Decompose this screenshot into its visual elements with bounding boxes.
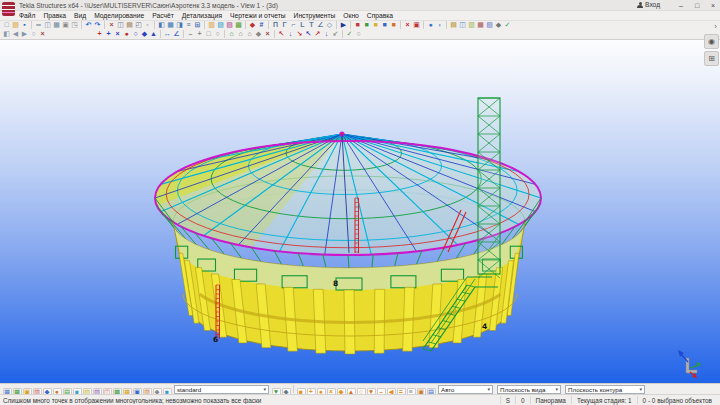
add-point-icon[interactable]: + (96, 30, 104, 38)
camera-icon[interactable]: ◇ (326, 21, 334, 29)
restore-view-icon[interactable]: ◧ (3, 30, 11, 38)
snap-override-6-icon[interactable]: ↓ (323, 30, 331, 38)
login-button[interactable]: Вход (637, 1, 660, 8)
measure-angle-icon[interactable]: ∠ (173, 30, 181, 38)
point-intersection-icon[interactable]: × (114, 30, 122, 38)
model-sharing-icon[interactable]: ◗ (436, 21, 444, 29)
save-model-icon[interactable]: ▪ (21, 21, 29, 29)
view-plane-icon[interactable]: ◨ (176, 21, 184, 29)
shape-catalog-icon[interactable]: ■ (390, 21, 398, 29)
model-viewport[interactable]: 648 ◉ ⊞ (0, 40, 720, 384)
clash-check-icon[interactable]: ◆ (249, 21, 257, 29)
menu-window[interactable]: Окно (343, 12, 359, 19)
section-icon[interactable]: L (299, 21, 307, 29)
copy-icon[interactable]: ◫ (117, 21, 125, 29)
next-view-icon[interactable]: ▶ (21, 30, 29, 38)
menu-drawings-reports[interactable]: Чертежи и отчеты (230, 12, 286, 19)
snap-override-2-icon[interactable]: ↓ (287, 30, 295, 38)
diagnose-model-icon[interactable]: ▣ (413, 21, 421, 29)
reference-model-icon[interactable]: ◫ (44, 21, 52, 29)
minimize-button[interactable]: – (674, 0, 688, 11)
open-model-icon[interactable]: ▨ (12, 21, 20, 29)
screenshot-icon[interactable]: ▣ (62, 21, 70, 29)
selection-filter-combo[interactable]: standard ▾ (174, 385, 269, 394)
organizer-icon[interactable]: ▥ (208, 21, 216, 29)
menu-tools[interactable]: Инструменты (294, 12, 336, 19)
construction-line-icon[interactable]: – (187, 30, 195, 38)
redo-icon[interactable]: ↷ (94, 21, 102, 29)
undo-icon[interactable]: ↶ (85, 21, 93, 29)
delete-icon[interactable]: ▫ (144, 21, 152, 29)
redraw-view-icon[interactable]: ○ (30, 30, 38, 38)
fly-icon[interactable]: ∠ (317, 21, 325, 29)
copy-special-icon[interactable]: ◰ (135, 21, 143, 29)
new-view-icon[interactable]: ◧ (158, 21, 166, 29)
options-icon[interactable]: ◫ (459, 21, 467, 29)
select-pointer-icon[interactable]: ▶ (340, 21, 348, 29)
close-button[interactable]: × (706, 0, 720, 11)
menu-analysis[interactable]: Расчёт (152, 12, 174, 19)
work-area-icon[interactable]: Π (272, 21, 280, 29)
model-link-icon[interactable]: ∞ (35, 21, 43, 29)
construction-circle-icon[interactable]: ○ (214, 30, 222, 38)
divide-line-icon[interactable]: ◆ (141, 30, 149, 38)
construction-plane-icon[interactable]: □ (205, 30, 213, 38)
bolt-catalog-icon[interactable]: ■ (381, 21, 389, 29)
measure-icon[interactable]: ◆ (495, 21, 503, 29)
collaborate-icon[interactable]: ● (427, 21, 435, 29)
view-3d-icon[interactable]: ▦ (167, 21, 175, 29)
delete-parts-icon[interactable]: × (404, 21, 412, 29)
add-point-on-line-icon[interactable]: + (105, 30, 113, 38)
reset-plane-icon[interactable]: × (264, 30, 272, 38)
lotting-icon[interactable]: ▩ (235, 21, 243, 29)
phase-manager-icon[interactable]: ▧ (226, 21, 234, 29)
check-icon[interactable]: ✓ (504, 21, 512, 29)
settings-gear-icon[interactable]: ◉ (704, 34, 719, 49)
paste-icon[interactable]: ▤ (126, 21, 134, 29)
measure-distance-icon[interactable]: ↔ (164, 30, 172, 38)
panes-toggle-icon[interactable]: ⊞ (704, 51, 719, 66)
snap-settings-icon[interactable]: ○ (355, 30, 363, 38)
menu-detailing[interactable]: Детализация (182, 12, 222, 19)
profile-catalog-icon[interactable]: ■ (363, 21, 371, 29)
previous-view-icon[interactable]: ◀ (12, 30, 20, 38)
anchor-plane-icon[interactable]: ◆ (255, 30, 263, 38)
component-catalog-icon[interactable]: ■ (354, 21, 362, 29)
snap-override-4-icon[interactable]: ↖ (305, 30, 313, 38)
menu-view[interactable]: Вид (74, 12, 86, 19)
snap-override-5-icon[interactable]: ↗ (314, 30, 322, 38)
menu-edit[interactable]: Правка (43, 12, 66, 19)
fit-work-area-icon[interactable]: ⊞ (194, 21, 202, 29)
point-circle-icon[interactable]: ○ (132, 30, 140, 38)
view-list-icon[interactable]: ≡ (185, 21, 193, 29)
plane-xz-icon[interactable]: ⌂ (246, 30, 254, 38)
new-model-icon[interactable]: □ (3, 21, 11, 29)
point-projection-icon[interactable]: ● (123, 30, 131, 38)
contour-plane-combo[interactable]: Плоскость контура ▾ (565, 385, 645, 394)
snap-override-3-icon[interactable]: ↘ (296, 30, 304, 38)
snap-override-7-icon[interactable]: ↙ (332, 30, 340, 38)
menu-help[interactable]: Справка (367, 12, 393, 19)
close-view-icon[interactable]: × (39, 30, 47, 38)
view-plane-combo[interactable]: Плоскость вида ▾ (497, 385, 561, 394)
auto-plane-icon[interactable]: ⌂ (228, 30, 236, 38)
model-3d-view[interactable]: 648 (0, 40, 720, 384)
ortho-icon[interactable]: ✓ (346, 30, 354, 38)
publish-icon[interactable]: ◳ (71, 21, 79, 29)
plane-xy-icon[interactable]: ⌂ (237, 30, 245, 38)
menu-file[interactable]: Файл (19, 12, 35, 19)
phases-icon[interactable]: ▦ (477, 21, 485, 29)
macros-icon[interactable]: ▤ (450, 21, 458, 29)
bolt-point-icon[interactable]: ▲ (150, 30, 158, 38)
filter-icon[interactable]: ▧ (486, 21, 494, 29)
clip-plane-icon[interactable]: T (308, 21, 316, 29)
grid-icon[interactable]: ▦ (53, 21, 61, 29)
maximize-button[interactable]: □ (690, 0, 704, 11)
snap-override-1-icon[interactable]: ↖ (278, 30, 286, 38)
work-plane-icon[interactable]: Γ (281, 21, 289, 29)
material-catalog-icon[interactable]: ■ (372, 21, 380, 29)
construction-axis-icon[interactable]: + (196, 30, 204, 38)
cut-icon[interactable]: × (108, 21, 116, 29)
snap-mode-combo[interactable]: Авто ▾ (438, 385, 493, 394)
task-manager-icon[interactable]: ▨ (217, 21, 225, 29)
